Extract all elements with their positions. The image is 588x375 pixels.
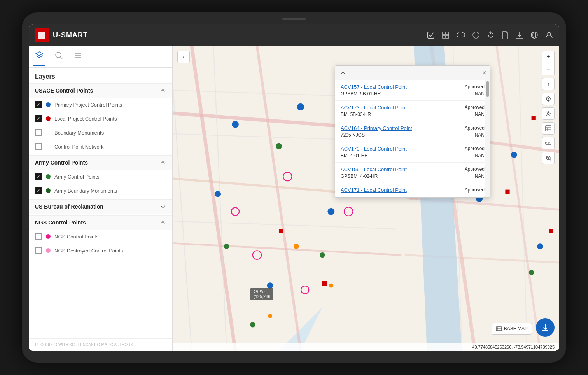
tab-layers[interactable] [33, 48, 45, 66]
checkbox-ngs-cp[interactable] [35, 233, 42, 240]
checkbox-army-bm[interactable] [35, 187, 42, 194]
checkbox-primary[interactable] [35, 101, 42, 108]
logo-block: U-SMART [35, 28, 88, 42]
layer-item-ngs-cp: NGS Control Points [29, 230, 172, 244]
add-icon[interactable] [472, 31, 480, 39]
svg-rect-51 [532, 116, 536, 120]
popup-status-acv173: Approved [465, 105, 485, 110]
coordinates-bar: 40.77485845263266, -73.94971104739925 [173, 343, 559, 351]
grid-icon[interactable] [442, 31, 450, 39]
checkbox-ngs-destroyed[interactable] [35, 247, 42, 254]
map-right-controls [542, 93, 555, 164]
checkbox-army-cp[interactable] [35, 173, 42, 180]
tab-search[interactable] [53, 48, 65, 66]
layer-group-usbr: US Bureau of Reclamation [29, 199, 172, 215]
popup-label-acv164: 7295 NJGS [341, 132, 365, 138]
layer-group-title-usbr: US Bureau of Reclamation [35, 203, 103, 210]
popup-link-acv171[interactable]: ACV171 - Local Control Point [341, 187, 407, 193]
layer-group-title-army: Army Control Points [35, 159, 88, 166]
tablet-frame: U-SMART [22, 12, 566, 363]
popup-scrollbar[interactable] [485, 77, 490, 198]
refresh-icon[interactable] [487, 31, 495, 39]
popup-close-button[interactable]: ✕ [482, 69, 487, 77]
layer-group-army: Army Control Points Army Control Points … [29, 155, 172, 199]
popup-label-acv170: BM_4-01-HR [341, 153, 368, 158]
chevron-up-icon-usace [160, 88, 166, 94]
map-popup: ✕ ACV157 - Local Control Point Approved … [335, 65, 490, 198]
dot-army-bm [46, 188, 51, 193]
zoom-out-button[interactable]: − [542, 63, 555, 75]
settings-button[interactable] [542, 107, 555, 120]
checkbox-boundary[interactable] [35, 129, 42, 136]
checkbox-network[interactable] [35, 143, 42, 150]
layer-group-header-usace[interactable]: USACE Control Points [29, 83, 172, 98]
coordinates-text: 40.77485845263266, -73.94971104739925 [472, 345, 555, 349]
layer-item-network: Control Point Network [29, 140, 172, 154]
globe-icon[interactable] [530, 31, 538, 39]
popup-label-acv157: GPSBM_5B-01-HR [341, 91, 381, 96]
label-network: Control Point Network [54, 144, 103, 150]
label-ngs-destroyed: NGS Destroyed Control Points [54, 248, 123, 254]
dot-primary [46, 102, 51, 107]
svg-rect-47 [279, 229, 283, 233]
location-button[interactable] [542, 93, 555, 105]
svg-point-68 [320, 252, 325, 258]
popup-link-acv170[interactable]: ACV170 - Local Control Point [341, 146, 407, 152]
layers-visibility-button[interactable] [542, 152, 555, 164]
base-map-button[interactable]: BASE MAP [492, 323, 532, 335]
base-map-label: BASE MAP [504, 326, 528, 331]
layer-item-ngs-destroyed: NGS Destroyed Control Points [29, 244, 172, 258]
svg-point-80 [548, 98, 549, 100]
cloud-icon[interactable] [457, 32, 465, 39]
chevron-up-icon-army [160, 159, 166, 166]
checkbox-icon[interactable] [427, 31, 435, 39]
sidebar-tabs [29, 46, 172, 68]
sidebar-bottom-bar: RECORDED WITH SCREENCAST-O-MATIC AUTHORS [29, 338, 172, 351]
map-download-fab[interactable] [536, 318, 555, 337]
popup-link-acv164[interactable]: ACV164 - Primary Control Point [341, 125, 412, 131]
popup-value-acv156: NAN [475, 173, 485, 179]
file-icon[interactable] [502, 31, 509, 39]
label-army-cp: Army Control Points [54, 174, 100, 180]
sidebar: Layers USACE Control Points Primary Proj… [29, 46, 173, 351]
popup-status-acv171: Approved [465, 187, 485, 193]
download-icon[interactable] [516, 31, 523, 39]
svg-rect-86 [546, 126, 551, 131]
layer-group-header-ngs[interactable]: NGS Control Points [29, 215, 172, 230]
feature-table-button[interactable] [542, 122, 555, 135]
popup-link-acv173[interactable]: ACV173 - Local Control Point [341, 105, 407, 110]
popup-scroll-up[interactable] [338, 68, 348, 77]
map-area[interactable]: ‹ + − ↑ [173, 46, 559, 351]
zoom-in-button[interactable]: + [542, 51, 555, 63]
checkbox-local[interactable] [35, 115, 42, 122]
collapse-icon: ‹ [183, 54, 185, 60]
logo-icon [35, 28, 49, 42]
popup-value-acv164: NAN [475, 132, 485, 138]
svg-point-56 [215, 191, 221, 197]
map-collapse-button[interactable]: ‹ [177, 51, 190, 63]
popup-row-acv171: ACV171 - Local Control Point Approved [335, 183, 490, 197]
measure-button[interactable] [542, 137, 555, 149]
svg-point-62 [537, 243, 543, 249]
zoom-north-button[interactable]: ↑ [542, 78, 555, 90]
map-tooltip: 29 Se(125,286 [250, 288, 273, 300]
svg-rect-52 [549, 229, 553, 233]
popup-link-acv157[interactable]: ACV157 - Local Control Point [341, 84, 407, 90]
svg-point-65 [276, 143, 282, 149]
tab-list[interactable] [72, 48, 84, 66]
popup-value-acv173: NAN [475, 112, 485, 117]
user-icon[interactable] [545, 31, 553, 39]
popup-label-acv173: BM_5B-03-HR [341, 112, 371, 117]
layer-item-local: Local Project Control Points [29, 112, 172, 126]
popup-status-acv156: Approved [465, 166, 485, 172]
layer-group-header-army[interactable]: Army Control Points [29, 155, 172, 170]
popup-status-acv170: Approved [465, 146, 485, 151]
chevron-up-icon-ngs [160, 219, 166, 226]
svg-point-57 [327, 208, 334, 215]
popup-link-acv156[interactable]: ACV156 - Local Control Point [341, 166, 407, 172]
layer-group-header-usbr[interactable]: US Bureau of Reclamation [29, 199, 172, 214]
svg-point-54 [232, 121, 239, 128]
popup-row-acv173: ACV173 - Local Control Point Approved BM… [335, 101, 490, 121]
top-bar: U-SMART [29, 24, 559, 46]
layer-item-army-cp: Army Control Points [29, 170, 172, 184]
